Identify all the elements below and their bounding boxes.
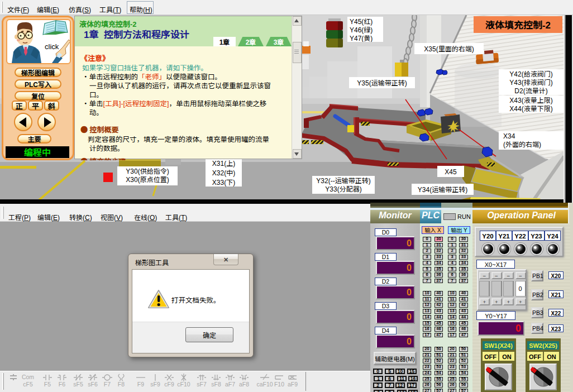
svg-text:F5: F5 <box>44 381 51 388</box>
svg-text:caF10: caF10 <box>256 381 273 388</box>
svg-text:F10: F10 <box>274 381 284 388</box>
svg-text:cF10: cF10 <box>177 381 190 388</box>
svg-text:F8: F8 <box>118 381 125 388</box>
svg-text:sF5: sF5 <box>73 381 83 388</box>
svg-text:sF9: sF9 <box>150 381 160 388</box>
svg-text:aF7: aF7 <box>225 381 235 388</box>
svg-text:Com: Com <box>22 374 34 380</box>
svg-text:F7: F7 <box>104 381 111 388</box>
svg-text:F6: F6 <box>59 381 65 388</box>
svg-text:cF5: cF5 <box>23 381 33 388</box>
svg-text:aF9: aF9 <box>288 381 298 388</box>
svg-text:sF8: sF8 <box>211 381 221 388</box>
svg-text:sF6: sF6 <box>88 381 98 388</box>
svg-text:F9: F9 <box>137 381 144 388</box>
svg-text:aF8: aF8 <box>239 381 249 388</box>
svg-text:cF9: cF9 <box>164 381 174 388</box>
svg-text:sF7: sF7 <box>197 381 207 388</box>
